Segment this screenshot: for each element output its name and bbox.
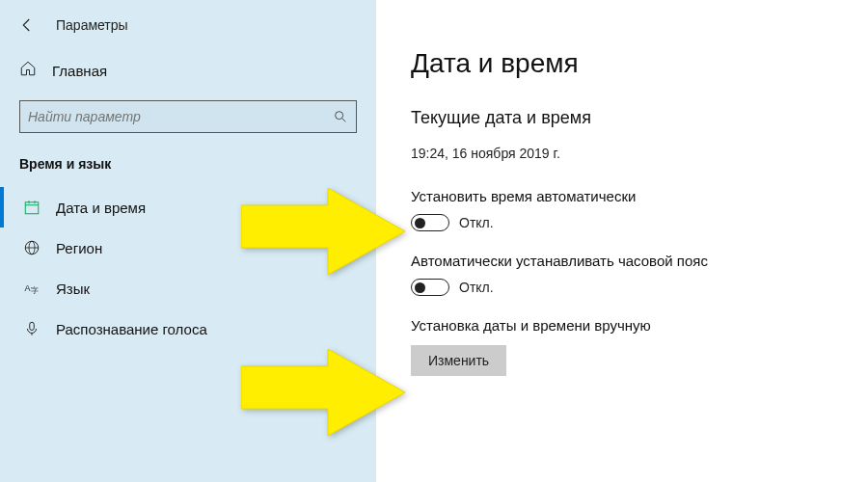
toggle-knob xyxy=(415,282,425,293)
svg-point-0 xyxy=(336,112,343,120)
sidebar-item-label: Регион xyxy=(56,240,102,256)
sidebar-item-label: Главная xyxy=(52,63,107,79)
page-title: Дата и время xyxy=(411,48,849,79)
language-icon: A字 xyxy=(23,280,41,297)
auto-time-state: Откл. xyxy=(459,215,494,230)
search-box[interactable] xyxy=(19,100,357,133)
auto-time-toggle[interactable] xyxy=(411,214,449,231)
manual-label: Установка даты и времени вручную xyxy=(411,317,849,334)
auto-zone-state: Откл. xyxy=(459,280,494,295)
toggle-knob xyxy=(415,218,425,228)
search-input[interactable] xyxy=(28,109,333,124)
sidebar-item-label: Распознавание голоса xyxy=(56,321,207,337)
header-title: Параметры xyxy=(56,17,128,33)
microphone-icon xyxy=(23,320,41,337)
arrow-left-icon xyxy=(18,16,36,34)
svg-marker-14 xyxy=(241,349,405,436)
annotation-arrow-icon xyxy=(241,349,405,455)
change-button[interactable]: Изменить xyxy=(411,345,506,376)
svg-text:字: 字 xyxy=(31,286,39,295)
section-title: Время и язык xyxy=(0,143,376,181)
sidebar-item-label: Язык xyxy=(56,281,90,297)
auto-time-label: Установить время автоматически xyxy=(411,188,849,204)
back-button[interactable] xyxy=(15,13,39,37)
auto-time-block: Установить время автоматически Откл. xyxy=(411,188,849,231)
sidebar-item-home[interactable]: Главная xyxy=(0,50,376,91)
globe-icon xyxy=(23,239,41,256)
settings-window: Параметры Главная Время и язык Дата и xyxy=(0,0,868,482)
search-container xyxy=(0,91,376,143)
auto-time-toggle-row: Откл. xyxy=(411,214,849,231)
sidebar-item-speech[interactable]: Распознавание голоса xyxy=(0,308,376,349)
svg-line-1 xyxy=(342,119,345,121)
header-row: Параметры xyxy=(0,13,376,50)
auto-zone-toggle-row: Откл. xyxy=(411,279,849,296)
current-datetime-heading: Текущие дата и время xyxy=(411,108,849,128)
sidebar-item-label: Дата и время xyxy=(56,200,146,216)
search-icon xyxy=(333,109,348,124)
current-datetime-value: 19:24, 16 ноября 2019 г. xyxy=(411,146,849,161)
auto-zone-block: Автоматически устанавливать часовой пояс… xyxy=(411,253,849,296)
svg-rect-2 xyxy=(25,202,39,214)
auto-zone-label: Автоматически устанавливать часовой пояс xyxy=(411,253,849,269)
annotation-arrow-icon xyxy=(241,188,405,294)
calendar-icon xyxy=(23,199,41,216)
svg-rect-11 xyxy=(30,322,35,330)
svg-marker-13 xyxy=(241,188,405,275)
auto-zone-toggle[interactable] xyxy=(411,279,449,296)
home-icon xyxy=(19,60,37,81)
content-panel: Дата и время Текущие дата и время 19:24,… xyxy=(376,0,868,482)
svg-text:A: A xyxy=(25,283,31,293)
